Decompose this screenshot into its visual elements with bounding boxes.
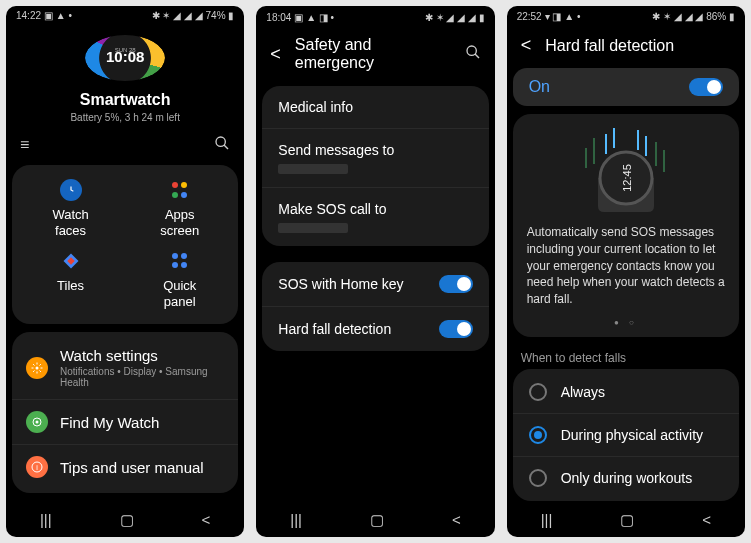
page-header: < Hard fall detection (507, 27, 745, 64)
watch-time-illus: 12:45 (621, 164, 633, 192)
section-label: When to detect falls (521, 351, 731, 365)
row-label: Medical info (278, 99, 353, 115)
svg-text:i: i (36, 464, 38, 471)
tile-tiles[interactable]: Tiles (16, 250, 125, 311)
status-time: 14:22 (16, 10, 41, 21)
nav-home[interactable]: ▢ (370, 511, 384, 529)
row-watch-settings[interactable]: Watch settings Notifications • Display •… (12, 336, 238, 400)
radio-options: Always During physical activity Only dur… (513, 369, 739, 501)
row-title: Find My Watch (60, 414, 159, 431)
search-icon[interactable] (214, 135, 230, 155)
tile-quick-panel[interactable]: Quick panel (125, 250, 234, 311)
status-time: 22:52 (517, 11, 542, 22)
page-title: Hard fall detection (545, 37, 674, 55)
radio-icon (529, 426, 547, 444)
tile-apps-screen[interactable]: Apps screen (125, 179, 234, 240)
back-icon[interactable]: < (521, 35, 532, 56)
toolbar: ≡ (6, 135, 244, 165)
radio-only-workouts[interactable]: Only during workouts (513, 457, 739, 499)
navbar: ||| ▢ < (6, 501, 244, 537)
status-notif-icons: ▣ ▲ ◨ • (294, 12, 334, 23)
toggles-section: SOS with Home key Hard fall detection (262, 262, 488, 351)
device-name: Smartwatch (6, 91, 244, 109)
redacted-value (278, 223, 348, 233)
nav-recents[interactable]: ||| (40, 511, 52, 529)
radio-label: During physical activity (561, 427, 703, 443)
back-icon[interactable]: < (270, 44, 281, 65)
row-find-watch[interactable]: Find My Watch (12, 400, 238, 445)
apps-icon (169, 179, 191, 201)
watchface-time: 10:08 (106, 48, 144, 65)
nav-back[interactable]: < (452, 511, 461, 529)
status-notif-icons: ▣ ▲ • (44, 10, 72, 21)
page-header: < Safety and emergency (256, 28, 494, 80)
watchface-preview[interactable]: SUN 28 10:08 (85, 35, 165, 81)
nav-recents[interactable]: ||| (290, 511, 302, 529)
page-indicator: ● ○ (527, 318, 725, 327)
tile-label: screen (160, 223, 199, 239)
info-icon: i (26, 456, 48, 478)
clock-icon (60, 179, 82, 201)
master-toggle-row[interactable]: On (513, 68, 739, 106)
radio-during-physical[interactable]: During physical activity (513, 414, 739, 457)
row-label: Send messages to (278, 142, 394, 158)
tile-label: faces (55, 223, 86, 239)
row-sos-home[interactable]: SOS with Home key (262, 262, 488, 307)
status-system-icons: ✱ ✶ ◢ ◢ ◢ ▮ (425, 12, 485, 23)
nav-home[interactable]: ▢ (120, 511, 134, 529)
row-title: Tips and user manual (60, 459, 204, 476)
tiles-icon (60, 250, 82, 272)
nav-back[interactable]: < (202, 511, 211, 529)
svg-line-1 (224, 145, 228, 149)
tile-label: panel (164, 294, 196, 310)
tile-watch-faces[interactable]: Watch faces (16, 179, 125, 240)
tiles-card: Watch faces Apps screen Tiles (12, 165, 238, 324)
quick-panel-icon (169, 250, 191, 272)
status-time: 18:04 (266, 12, 291, 23)
location-icon (26, 411, 48, 433)
row-tips[interactable]: i Tips and user manual (12, 445, 238, 489)
description: Automatically send SOS messages includin… (527, 224, 725, 308)
radio-icon (529, 383, 547, 401)
screen-wearable-app: 14:22 ▣ ▲ • ✱ ✶ ◢ ◢ ◢ 74% ▮ SUN 28 10:08… (6, 6, 244, 537)
menu-icon[interactable]: ≡ (20, 136, 29, 154)
statusbar: 14:22 ▣ ▲ • ✱ ✶ ◢ ◢ ◢ 74% ▮ (6, 6, 244, 25)
row-send-messages[interactable]: Send messages to (262, 129, 488, 188)
search-icon[interactable] (465, 44, 481, 64)
info-card: 12:45 Automatically send SOS messages in… (513, 114, 739, 337)
svg-line-11 (475, 54, 479, 58)
toggle-hard-fall[interactable] (439, 320, 473, 338)
statusbar: 22:52 ▾ ◨ ▲ • ✱ ✶ ◢ ◢ ◢ 86% ▮ (507, 6, 745, 27)
row-sos-call[interactable]: Make SOS call to (262, 188, 488, 246)
redacted-value (278, 164, 348, 174)
navbar: ||| ▢ < (507, 501, 745, 537)
svg-point-5 (36, 366, 39, 369)
row-label: Hard fall detection (278, 321, 391, 337)
tile-label: Apps (165, 207, 195, 223)
svg-point-10 (467, 46, 476, 55)
row-subtitle: Notifications • Display • Samsung Health (60, 366, 224, 388)
toggle-sos-home[interactable] (439, 275, 473, 293)
page-title: Safety and emergency (295, 36, 437, 72)
nav-back[interactable]: < (702, 511, 711, 529)
radio-always[interactable]: Always (513, 371, 739, 414)
status-notif-icons: ▾ ◨ ▲ • (545, 11, 581, 22)
svg-point-0 (216, 137, 225, 146)
settings-list: Watch settings Notifications • Display •… (12, 332, 238, 493)
radio-label: Only during workouts (561, 470, 693, 486)
nav-home[interactable]: ▢ (620, 511, 634, 529)
tile-label: Quick (163, 278, 196, 294)
watch-illustration: 12:45 (527, 128, 725, 212)
row-title: Watch settings (60, 347, 224, 364)
nav-recents[interactable]: ||| (541, 511, 553, 529)
tile-label: Tiles (57, 278, 84, 294)
row-medical-info[interactable]: Medical info (262, 86, 488, 129)
screen-hard-fall: 22:52 ▾ ◨ ▲ • ✱ ✶ ◢ ◢ ◢ 86% ▮ < Hard fal… (507, 6, 745, 537)
svg-point-7 (36, 421, 39, 424)
toggle-master[interactable] (689, 78, 723, 96)
screen-safety-emergency: 18:04 ▣ ▲ ◨ • ✱ ✶ ◢ ◢ ◢ ▮ < Safety and e… (256, 6, 494, 537)
navbar: ||| ▢ < (256, 501, 494, 537)
radio-icon (529, 469, 547, 487)
row-hard-fall[interactable]: Hard fall detection (262, 307, 488, 351)
gear-icon (26, 357, 48, 379)
